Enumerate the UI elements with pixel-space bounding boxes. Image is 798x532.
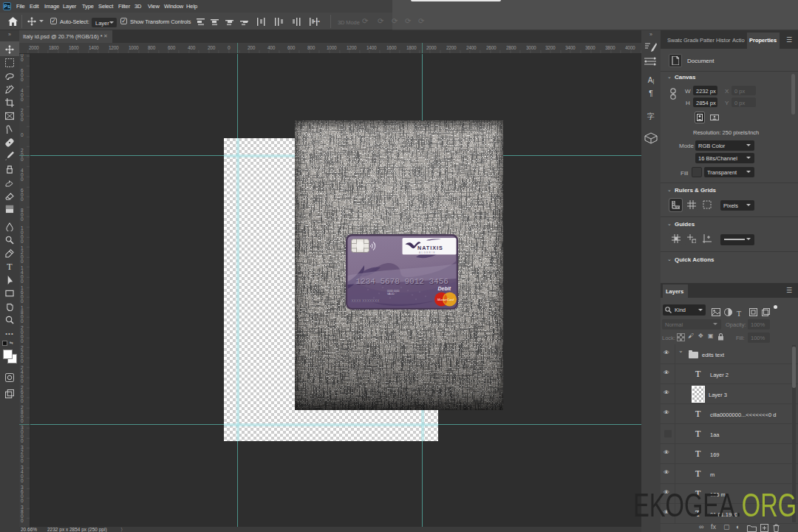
svg-text:NATIXIS: NATIXIS	[417, 245, 443, 251]
svg-text:MasterCard: MasterCard	[437, 298, 454, 301]
svg-text:T: T	[7, 262, 13, 271]
svg-text:Debit: Debit	[438, 286, 451, 291]
svg-text:XXXX XXXXXXX: XXXX XXXXXXX	[352, 299, 381, 303]
svg-text:ALGERIE: ALGERIE	[419, 251, 436, 254]
svg-text:1234 5678 9012 3456: 1234 5678 9012 3456	[356, 277, 449, 286]
svg-text:VALID: VALID	[387, 293, 395, 296]
